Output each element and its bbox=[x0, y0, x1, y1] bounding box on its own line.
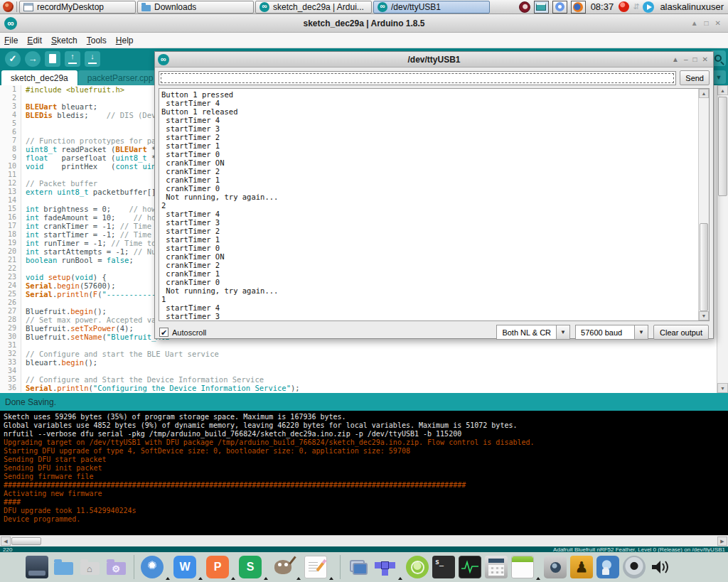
dock-tetris-icon[interactable] bbox=[373, 556, 396, 578]
firefox-tray-icon[interactable] bbox=[571, 1, 586, 14]
telegram-icon[interactable] bbox=[643, 1, 654, 13]
dock-folder-blue-icon[interactable] bbox=[52, 556, 75, 578]
line-number: 8 bbox=[0, 145, 21, 153]
serial-titlebar[interactable]: ∞ /dev/ttyUSB1 ▲ – □ ✕ bbox=[155, 52, 713, 68]
code-text: // Configure and start the BLE Uart serv… bbox=[21, 350, 219, 358]
distro-logo-icon[interactable] bbox=[3, 1, 14, 12]
serial-input[interactable] bbox=[159, 71, 676, 85]
chromium-tray-icon[interactable] bbox=[552, 1, 567, 14]
dock-gimp-icon[interactable] bbox=[272, 556, 294, 578]
serial-window-title: /dev/ttyUSB1 bbox=[155, 55, 713, 65]
dock-folder-config-icon[interactable]: ⚙ bbox=[105, 556, 127, 578]
ide-titlebar[interactable]: ∞ sketch_dec29a | Arduino 1.8.5 ▲ □ ✕ bbox=[0, 14, 728, 33]
new-sketch-button[interactable] bbox=[45, 51, 60, 67]
console-output[interactable]: Sketch uses 59296 bytes (35%) of program… bbox=[0, 411, 728, 535]
shade-icon[interactable]: ▲ bbox=[672, 55, 679, 63]
scroll-left-icon[interactable]: ◀ bbox=[1, 537, 11, 546]
shade-icon[interactable]: ▲ bbox=[691, 19, 698, 27]
dock-wps-presentation-icon[interactable]: P bbox=[206, 556, 229, 578]
dock-calendar-icon[interactable] bbox=[511, 556, 534, 578]
menu-file[interactable]: File bbox=[4, 36, 18, 45]
dock-pin-arrow-icon bbox=[231, 577, 235, 580]
dock-wps-spreadsheets-icon[interactable]: S bbox=[239, 556, 262, 578]
dock-chess-icon[interactable]: ♟ bbox=[570, 556, 593, 578]
line-number: 28 bbox=[0, 316, 21, 324]
editor-horizontal-scrollbar[interactable]: ◀ ▶ bbox=[0, 535, 728, 546]
line-number: 17 bbox=[0, 222, 21, 230]
chevron-down-icon[interactable]: ▼ bbox=[557, 325, 570, 340]
dock-oscilloscope-icon[interactable] bbox=[459, 556, 481, 578]
editor-vertical-scrollbar[interactable]: ▲ ▼ bbox=[717, 85, 728, 393]
dock-terminal-icon[interactable]: s_ bbox=[432, 556, 455, 578]
dock-wps-writer-icon[interactable]: W bbox=[173, 556, 196, 578]
chevron-down-icon[interactable]: ▼ bbox=[635, 325, 648, 340]
record-indicator-icon[interactable] bbox=[619, 1, 629, 12]
send-button[interactable]: Send bbox=[680, 70, 710, 85]
dock-file-manager-icon[interactable] bbox=[26, 556, 48, 578]
line-number: 11 bbox=[0, 171, 21, 179]
dock-folder-home-icon[interactable]: ⌂ bbox=[78, 556, 101, 578]
taskbar-window-sketch-dec29a-ardui-[interactable]: sketch_dec29a | Ardui... bbox=[255, 1, 372, 14]
dock-webcam-icon[interactable] bbox=[623, 556, 646, 578]
dock-volume-icon[interactable] bbox=[649, 556, 672, 578]
dock-android-studio-icon[interactable] bbox=[406, 556, 429, 578]
scroll-right-icon[interactable]: ▶ bbox=[717, 537, 727, 546]
scroll-down-icon[interactable]: ▼ bbox=[717, 383, 728, 393]
code-text: int brightness = 0; // how b bbox=[21, 205, 165, 213]
scroll-down-icon[interactable]: ▼ bbox=[699, 311, 709, 320]
tab-menu-button[interactable]: ▼ bbox=[712, 70, 726, 84]
console-line: Sketch uses 59296 bytes (35%) of program… bbox=[4, 413, 728, 421]
verify-button[interactable]: ✓ bbox=[5, 51, 21, 67]
taskbar-window-recordmydesktop[interactable]: recordMyDesktop bbox=[19, 1, 136, 14]
dock-web-robot-icon[interactable] bbox=[596, 556, 619, 578]
display-tray-icon[interactable] bbox=[534, 1, 549, 14]
code-text: Serial.println(F("-------------- bbox=[21, 290, 169, 298]
menu-tools[interactable]: Tools bbox=[87, 36, 107, 45]
scroll-up-icon[interactable]: ▲ bbox=[717, 85, 728, 95]
dock-window-switcher-icon[interactable] bbox=[347, 556, 370, 578]
code-text: int crankTimer = -1; // Time spe bbox=[21, 222, 169, 230]
dock: ⌂⚙WPSs_♟ bbox=[0, 552, 728, 582]
serial-output-area[interactable]: Button 1 pressed startTimer 4 Button 1 r… bbox=[159, 88, 710, 321]
line-number: 12 bbox=[0, 179, 21, 188]
recorder-tray-icon[interactable] bbox=[519, 1, 530, 13]
tab-packetparser-cpp[interactable]: packetParser.cpp bbox=[78, 70, 163, 85]
serial-output: Button 1 pressed startTimer 4 Button 1 r… bbox=[159, 89, 709, 320]
scroll-up-icon[interactable]: ▲ bbox=[699, 89, 709, 98]
baud-rate-select[interactable]: 57600 baud ▼ bbox=[575, 325, 648, 340]
serial-scrollbar[interactable]: ▲ ▼ bbox=[698, 89, 709, 320]
taskbar-window--dev-ttyusb1[interactable]: /dev/ttyUSB1 bbox=[373, 1, 490, 14]
maximize-icon[interactable]: □ bbox=[705, 19, 709, 27]
dock-pin-arrow-icon bbox=[166, 577, 170, 580]
minimize-icon[interactable]: – bbox=[684, 55, 688, 63]
code-line: 34 bbox=[0, 367, 717, 375]
menu-edit[interactable]: Edit bbox=[27, 36, 42, 45]
scrollbar-thumb[interactable] bbox=[11, 537, 41, 545]
taskbar-window-downloads[interactable]: Downloads bbox=[137, 1, 254, 14]
status-message: Done Saving. bbox=[5, 397, 56, 407]
maximize-icon[interactable]: □ bbox=[693, 55, 697, 63]
scrollbar-thumb[interactable] bbox=[718, 97, 727, 196]
dock-calculator-icon[interactable] bbox=[485, 556, 508, 578]
close-icon[interactable]: ✕ bbox=[702, 55, 708, 63]
close-icon[interactable]: ✕ bbox=[715, 19, 721, 27]
scrollbar-thumb[interactable] bbox=[700, 223, 708, 311]
open-button[interactable]: ↑ bbox=[65, 51, 80, 67]
code-line: 32// Configure and start the BLE Uart se… bbox=[0, 350, 717, 358]
dock-camera-icon[interactable] bbox=[544, 556, 567, 578]
line-number: 31 bbox=[0, 341, 21, 350]
dock-chromium-icon[interactable] bbox=[141, 556, 164, 578]
menu-help[interactable]: Help bbox=[116, 36, 134, 45]
line-number: 1 bbox=[0, 85, 21, 94]
menu-sketch[interactable]: Sketch bbox=[51, 36, 77, 45]
autoscroll-option[interactable]: ✔ Autoscroll bbox=[159, 328, 206, 337]
autoscroll-checkbox[interactable]: ✔ bbox=[159, 328, 168, 337]
tab-sketch-dec29a[interactable]: sketch_dec29a bbox=[1, 70, 77, 85]
shuffle-icon[interactable]: ⇵ bbox=[633, 2, 639, 11]
monitor-icon bbox=[536, 3, 546, 11]
line-ending-select[interactable]: Both NL & CR ▼ bbox=[496, 325, 570, 340]
save-button[interactable]: ↓ bbox=[85, 51, 100, 67]
clear-output-button[interactable]: Clear output bbox=[653, 325, 709, 340]
upload-button[interactable]: → bbox=[25, 51, 41, 67]
dock-text-editor-icon[interactable] bbox=[304, 556, 327, 578]
